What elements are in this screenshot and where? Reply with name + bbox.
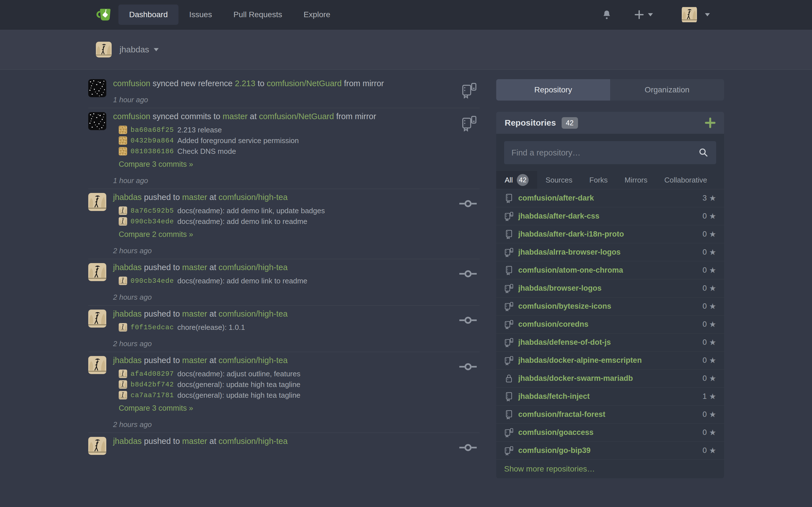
feed-link[interactable]: comfusion/high-tea — [218, 193, 288, 202]
repo-name-link[interactable]: jhabdas/alrra-browser-logos — [518, 248, 620, 257]
commit-list: 8a76c592b5docs(readme): add demo link, u… — [119, 205, 479, 227]
show-more-repositories-link[interactable]: Show more repositories… — [496, 460, 724, 478]
commit-sha-link[interactable]: 0810386186 — [131, 148, 174, 155]
nav-item-explore[interactable]: Explore — [293, 4, 341, 25]
repo-name-link[interactable]: comfusion/after-dark — [518, 194, 594, 203]
commit-sha-link[interactable]: 8a76c592b5 — [131, 207, 174, 215]
repo-list-item[interactable]: jhabdas/browser-logos0★ — [496, 279, 724, 297]
commit-sha-link[interactable]: 0432b9a864 — [131, 137, 174, 145]
repo-name-link[interactable]: jhabdas/browser-logos — [518, 284, 602, 293]
primary-nav: DashboardIssuesPull RequestsExplore — [118, 0, 341, 29]
user-avatar[interactable] — [682, 6, 697, 23]
repo-list-item[interactable]: jhabdas/after-dark-css0★ — [496, 207, 724, 225]
commit-sha-link[interactable]: ba60a68f25 — [131, 126, 174, 134]
repo-name-link[interactable]: comfusion/fractal-forest — [518, 410, 605, 419]
feed-link[interactable]: 2.213 — [235, 79, 255, 88]
compare-commits-link[interactable]: Compare 3 commits » — [119, 159, 479, 170]
repo-list-item[interactable]: comfusion/goaccess0★ — [496, 424, 724, 442]
feed-link[interactable]: comfusion/NetGuard — [267, 79, 342, 88]
repo-list-item[interactable]: comfusion/atom-one-chroma0★ — [496, 262, 724, 279]
filter-forks[interactable]: Forks — [581, 171, 616, 189]
actor-avatar[interactable] — [88, 309, 106, 328]
commit-sha-link[interactable]: f0f15edcac — [131, 324, 174, 331]
repo-name-link[interactable]: jhabdas/docker-swarm-mariadb — [518, 374, 633, 383]
feed-link[interactable]: master — [182, 437, 207, 446]
repo-list-item[interactable]: jhabdas/fetch-inject1★ — [496, 388, 724, 406]
commit-sha-link[interactable]: afa4d08297 — [131, 370, 174, 378]
notifications-bell-icon[interactable] — [602, 9, 612, 20]
new-repository-plus-icon[interactable] — [705, 117, 716, 128]
feed-link[interactable]: jhabdas — [113, 193, 142, 202]
actor-avatar[interactable] — [88, 437, 106, 455]
feed-link[interactable]: comfusion/high-tea — [218, 437, 288, 446]
feed-link[interactable]: jhabdas — [113, 356, 142, 365]
commit-sha-link[interactable]: 090cb34ede — [131, 277, 174, 285]
repo-list-item[interactable]: comfusion/bytesize-icons0★ — [496, 297, 724, 316]
filter-all[interactable]: All42 — [496, 171, 537, 189]
context-chevron-down-icon[interactable] — [153, 48, 159, 52]
gitea-logo[interactable] — [96, 7, 113, 22]
repo-list-item[interactable]: comfusion/go-bip390★ — [496, 442, 724, 460]
nav-item-issues[interactable]: Issues — [179, 4, 223, 25]
create-new-dropdown[interactable] — [635, 10, 654, 19]
repo-name-link[interactable]: comfusion/bytesize-icons — [518, 302, 611, 311]
repo-list-item[interactable]: comfusion/after-dark3★ — [496, 189, 724, 207]
filter-mirrors[interactable]: Mirrors — [616, 171, 656, 189]
actor-avatar[interactable] — [88, 193, 106, 211]
commit-sha-link[interactable]: b8d42bf742 — [131, 381, 174, 388]
repo-list-item[interactable]: comfusion/fractal-forest0★ — [496, 406, 724, 424]
repository-search-input[interactable] — [504, 141, 716, 164]
feed-link[interactable]: comfusion/high-tea — [218, 356, 288, 365]
feed-link[interactable]: comfusion/high-tea — [218, 263, 288, 272]
repo-name-link[interactable]: jhabdas/fetch-inject — [518, 392, 590, 401]
tab-repository[interactable]: Repository — [496, 79, 610, 101]
feed-link[interactable]: master — [182, 309, 207, 318]
filter-collaborative[interactable]: Collaborative — [656, 171, 716, 189]
feed-link[interactable]: jhabdas — [113, 263, 142, 272]
repo-list-item[interactable]: jhabdas/after-dark-i18n-proto0★ — [496, 225, 724, 243]
repo-name-link[interactable]: comfusion/go-bip39 — [518, 446, 591, 455]
repo-list-item[interactable]: jhabdas/docker-alpine-emscripten0★ — [496, 351, 724, 370]
tab-organization[interactable]: Organization — [610, 79, 724, 101]
repo-name-link[interactable]: jhabdas/docker-alpine-emscripten — [518, 356, 642, 365]
dashboard-sidebar: Repository Organization Repositories 42 … — [496, 79, 724, 478]
repo-list-item[interactable]: comfusion/coredns0★ — [496, 316, 724, 334]
context-user-avatar[interactable] — [96, 42, 112, 57]
compare-commits-link[interactable]: Compare 2 commits » — [119, 229, 479, 240]
feed-link[interactable]: comfusion — [113, 79, 150, 88]
context-username[interactable]: jhabdas — [119, 45, 149, 54]
repo-list-item[interactable]: jhabdas/defense-of-dot-js0★ — [496, 334, 724, 351]
search-icon[interactable] — [698, 147, 708, 159]
feed-link[interactable]: master — [182, 193, 207, 202]
feed-link[interactable]: jhabdas — [113, 309, 142, 318]
repo-list-item[interactable]: jhabdas/docker-swarm-mariadb0★ — [496, 370, 724, 388]
repo-name-link[interactable]: jhabdas/defense-of-dot-js — [518, 338, 611, 347]
repo-star-count: 0★ — [703, 284, 716, 293]
filter-sources[interactable]: Sources — [537, 171, 581, 189]
feed-link[interactable]: jhabdas — [113, 437, 142, 446]
user-menu-chevron-down-icon[interactable] — [704, 13, 711, 17]
feed-link[interactable]: master — [182, 356, 207, 365]
context-switcher-bar: jhabdas — [0, 30, 812, 69]
mirror-repo-icon — [504, 302, 514, 311]
feed-link[interactable]: comfusion/NetGuard — [259, 112, 334, 121]
compare-commits-link[interactable]: Compare 3 commits » — [119, 403, 479, 413]
feed-link[interactable]: comfusion/high-tea — [218, 309, 288, 318]
repo-name-link[interactable]: comfusion/atom-one-chroma — [518, 266, 623, 275]
repo-name-link[interactable]: comfusion/coredns — [518, 320, 589, 329]
commit-sha-link[interactable]: ca7aa71781 — [131, 392, 174, 399]
actor-avatar[interactable] — [88, 79, 106, 97]
feed-link[interactable]: master — [182, 263, 207, 272]
repo-name-link[interactable]: jhabdas/after-dark-i18n-proto — [518, 230, 624, 238]
repo-name-link[interactable]: jhabdas/after-dark-css — [518, 212, 599, 221]
actor-avatar[interactable] — [88, 112, 106, 130]
commit-sha-link[interactable]: 090cb34ede — [131, 218, 174, 225]
repo-list-item[interactable]: jhabdas/alrra-browser-logos0★ — [496, 243, 724, 262]
nav-item-pull-requests[interactable]: Pull Requests — [223, 4, 293, 25]
feed-link[interactable]: master — [222, 112, 248, 121]
actor-avatar[interactable] — [88, 356, 106, 374]
feed-link[interactable]: comfusion — [113, 112, 150, 121]
nav-item-dashboard[interactable]: Dashboard — [118, 4, 179, 25]
actor-avatar[interactable] — [88, 263, 106, 281]
repo-name-link[interactable]: comfusion/goaccess — [518, 428, 594, 437]
